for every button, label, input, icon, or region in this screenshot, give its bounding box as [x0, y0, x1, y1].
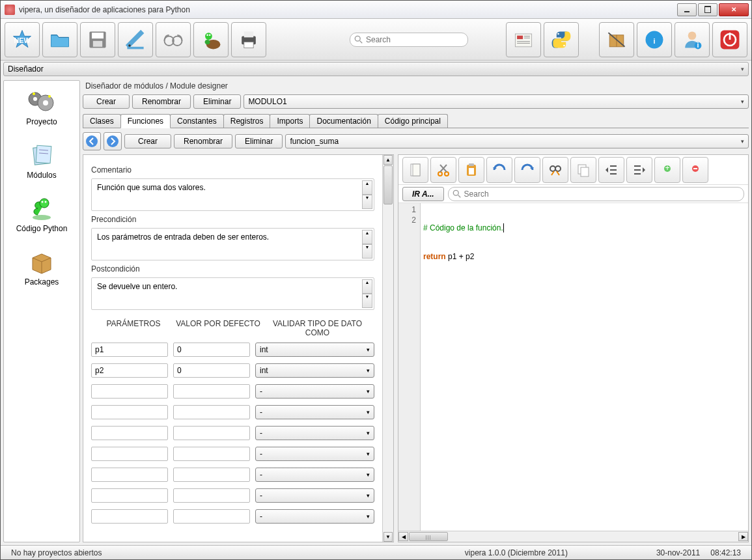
editor-redo-icon[interactable]	[514, 157, 540, 183]
open-button[interactable]	[42, 22, 77, 57]
param-name-input[interactable]	[91, 426, 168, 440]
param-type-combo[interactable]: -	[255, 447, 374, 461]
designer-dropdown[interactable]: Diseñador	[3, 62, 749, 76]
param-name-input[interactable]	[91, 488, 168, 503]
tab-codigo-principal[interactable]: Código principal	[378, 114, 448, 128]
param-default-input[interactable]	[173, 363, 250, 378]
param-type-combo[interactable]: -	[255, 426, 374, 440]
toolbar-search[interactable]	[350, 33, 468, 47]
param-default-input[interactable]	[173, 405, 250, 419]
editor-remove-icon[interactable]	[682, 157, 708, 183]
save-button[interactable]	[80, 22, 115, 57]
window-title: vipera, un diseñador de aplicaciones par…	[19, 5, 676, 14]
editor-find-icon[interactable]	[542, 157, 568, 183]
nav-codigo-python[interactable]: Código Python	[4, 193, 79, 236]
comentario-field[interactable]: Función que suma dos valores. ▲▼	[91, 178, 374, 211]
tab-documentacion[interactable]: Documentación	[309, 114, 378, 128]
editor-cut-icon[interactable]	[430, 157, 456, 183]
param-name-input[interactable]	[91, 405, 168, 419]
tab-constantes[interactable]: Constantes	[170, 114, 224, 128]
param-default-input[interactable]	[173, 343, 250, 357]
nav-modulos[interactable]: Módulos	[4, 139, 79, 182]
precond-field[interactable]: Los parámetros de entrada deben de ser e…	[91, 228, 374, 260]
window-minimize-button[interactable]	[677, 3, 697, 16]
editor-paste-icon[interactable]	[458, 157, 484, 183]
param-type-combo[interactable]: -	[255, 384, 374, 399]
module-name-combo[interactable]: MODULO1	[244, 94, 749, 109]
validate-col-header: VALIDAR TIPO DE DATO COMO	[260, 319, 374, 337]
goto-button[interactable]: IR A...	[402, 187, 444, 201]
svg-point-61	[550, 166, 555, 171]
python-button[interactable]	[544, 22, 579, 57]
module-create-button[interactable]: Crear	[83, 94, 130, 109]
code-editor[interactable]: 1 2 # Código de la función. return p1 + …	[398, 203, 748, 531]
func-delete-button[interactable]: Eliminar	[235, 134, 283, 148]
editor-search[interactable]	[448, 187, 744, 201]
editor-outdent-icon[interactable]	[598, 157, 624, 183]
package-button[interactable]	[599, 22, 634, 57]
param-type-combo[interactable]: -	[255, 405, 374, 419]
svg-point-24	[563, 44, 565, 46]
param-name-input[interactable]	[91, 468, 168, 482]
postcond-label: Postcondición	[91, 264, 374, 273]
module-rename-button[interactable]: Renombrar	[132, 94, 191, 109]
param-default-input[interactable]	[173, 447, 250, 461]
param-type-combo[interactable]: int	[255, 363, 374, 378]
param-default-input[interactable]	[173, 509, 250, 524]
tab-funciones[interactable]: Funciones	[120, 114, 171, 128]
param-default-input[interactable]	[173, 426, 250, 440]
param-name-input[interactable]	[91, 343, 168, 357]
param-default-input[interactable]	[173, 468, 250, 482]
news-button[interactable]	[506, 22, 541, 57]
param-name-input[interactable]	[91, 363, 168, 378]
param-type-combo[interactable]: int	[255, 343, 374, 357]
power-button[interactable]	[712, 22, 747, 57]
editor-copy-icon[interactable]	[570, 157, 596, 183]
param-name-input[interactable]	[91, 447, 168, 461]
tab-imports[interactable]: Imports	[270, 114, 310, 128]
svg-rect-59	[469, 163, 474, 166]
print-button[interactable]	[231, 22, 266, 57]
svg-point-38	[33, 97, 37, 101]
nav-packages[interactable]: Packages	[4, 246, 79, 289]
param-default-input[interactable]	[173, 384, 250, 399]
param-name-input[interactable]	[91, 509, 168, 524]
param-name-input[interactable]	[91, 384, 168, 399]
glasses-button[interactable]	[156, 22, 191, 57]
editor-undo-icon[interactable]	[486, 157, 512, 183]
func-name-combo[interactable]: funcion_suma	[285, 134, 749, 148]
nav-forward-button[interactable]	[104, 132, 122, 150]
module-delete-button[interactable]: Eliminar	[193, 94, 241, 109]
editor-search-input[interactable]	[464, 189, 740, 199]
spin-up-icon[interactable]: ▲	[362, 180, 372, 195]
ruler-button[interactable]	[118, 22, 153, 57]
param-type-combo[interactable]: -	[255, 488, 374, 503]
window-maximize-button[interactable]	[698, 3, 717, 16]
code-editor-pane: + IR A... 1 2 # Código de	[398, 154, 749, 542]
func-rename-button[interactable]: Renombrar	[174, 134, 232, 148]
snake-button[interactable]	[193, 22, 229, 57]
window-close-button[interactable]	[719, 3, 749, 16]
search-icon	[453, 189, 462, 199]
user-button[interactable]: i	[675, 22, 710, 57]
svg-point-9	[205, 33, 212, 40]
svg-text:i: i	[654, 37, 656, 45]
editor-new-icon[interactable]	[402, 157, 428, 183]
postcond-field[interactable]: Se devuelve un entero. ▲▼	[91, 277, 374, 310]
spin-down-icon[interactable]: ▼	[362, 195, 372, 209]
nav-proyecto[interactable]: Proyecto	[4, 86, 79, 129]
editor-hscrollbar[interactable]: ◀|||▶	[398, 531, 748, 542]
param-type-combo[interactable]: -	[255, 468, 374, 482]
param-type-combo[interactable]: -	[255, 509, 374, 524]
editor-add-icon[interactable]: +	[654, 157, 680, 183]
nav-back-button[interactable]	[83, 132, 101, 150]
editor-indent-icon[interactable]	[626, 157, 652, 183]
param-default-input[interactable]	[173, 488, 250, 503]
new-button[interactable]: NEW	[5, 22, 40, 57]
tab-registros[interactable]: Registros	[223, 114, 271, 128]
func-create-button[interactable]: Crear	[124, 134, 171, 148]
tab-clases[interactable]: Clases	[83, 114, 121, 128]
toolbar-search-input[interactable]	[366, 35, 464, 44]
form-scrollbar[interactable]: ▲▼	[382, 155, 393, 542]
info-button[interactable]: i	[637, 22, 672, 57]
